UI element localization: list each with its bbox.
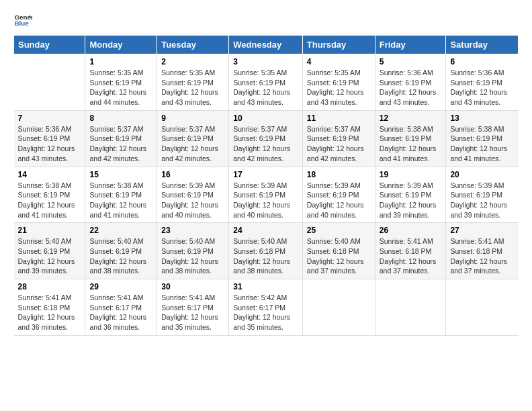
sunset-text: Sunset: 6:18 PM bbox=[307, 246, 371, 257]
day-number: 3 bbox=[233, 57, 298, 66]
sunset-text: Sunset: 6:18 PM bbox=[18, 303, 81, 313]
sunset-text: Sunset: 6:19 PM bbox=[18, 246, 81, 257]
sunset-text: Sunset: 6:19 PM bbox=[380, 78, 442, 88]
calendar-week-1: 1Sunrise: 5:35 AMSunset: 6:19 PMDaylight… bbox=[14, 54, 519, 111]
day-number: 28 bbox=[18, 282, 81, 291]
calendar-cell: 2Sunrise: 5:35 AMSunset: 6:19 PMDaylight… bbox=[157, 54, 229, 111]
day-info: Sunrise: 5:36 AMSunset: 6:19 PMDaylight:… bbox=[18, 124, 81, 164]
day-number: 29 bbox=[89, 282, 152, 291]
day-info: Sunrise: 5:37 AMSunset: 6:19 PMDaylight:… bbox=[89, 124, 152, 164]
day-number: 21 bbox=[18, 226, 81, 235]
sunrise-text: Sunrise: 5:36 AM bbox=[450, 68, 514, 78]
calendar-cell: 18Sunrise: 5:39 AMSunset: 6:19 PMDayligh… bbox=[302, 167, 375, 223]
day-number: 10 bbox=[233, 113, 298, 123]
sunset-text: Sunset: 6:19 PM bbox=[161, 190, 224, 200]
sunrise-text: Sunrise: 5:38 AM bbox=[380, 124, 442, 134]
sunrise-text: Sunrise: 5:35 AM bbox=[161, 68, 224, 78]
day-number: 19 bbox=[380, 170, 442, 179]
sunrise-text: Sunrise: 5:38 AM bbox=[450, 124, 514, 134]
sunrise-text: Sunrise: 5:39 AM bbox=[380, 181, 442, 191]
sunset-text: Sunset: 6:19 PM bbox=[233, 78, 298, 88]
day-info: Sunrise: 5:39 AMSunset: 6:19 PMDaylight:… bbox=[233, 181, 298, 220]
sunrise-text: Sunrise: 5:36 AM bbox=[18, 124, 81, 134]
page-header: General Blue bbox=[13, 11, 519, 30]
calendar-week-5: 28Sunrise: 5:41 AMSunset: 6:18 PMDayligh… bbox=[14, 279, 519, 336]
day-info: Sunrise: 5:41 AMSunset: 6:17 PMDaylight:… bbox=[161, 293, 224, 332]
weekday-header-sunday: Sunday bbox=[14, 36, 85, 54]
calendar-week-3: 14Sunrise: 5:38 AMSunset: 6:19 PMDayligh… bbox=[14, 167, 519, 223]
day-number: 9 bbox=[161, 113, 224, 123]
sunrise-text: Sunrise: 5:39 AM bbox=[307, 181, 371, 191]
day-info: Sunrise: 5:38 AMSunset: 6:19 PMDaylight:… bbox=[380, 124, 442, 164]
weekday-header-monday: Monday bbox=[85, 36, 157, 54]
sunset-text: Sunset: 6:19 PM bbox=[450, 78, 514, 88]
daylight-text: Daylight: 12 hours and 39 minutes. bbox=[380, 200, 442, 220]
logo: General Blue bbox=[13, 11, 34, 30]
sunrise-text: Sunrise: 5:40 AM bbox=[18, 236, 81, 246]
sunrise-text: Sunrise: 5:41 AM bbox=[380, 236, 442, 246]
calendar-cell: 5Sunrise: 5:36 AMSunset: 6:19 PMDaylight… bbox=[375, 54, 446, 111]
daylight-text: Daylight: 12 hours and 38 minutes. bbox=[89, 257, 152, 276]
sunset-text: Sunset: 6:19 PM bbox=[233, 190, 298, 200]
day-info: Sunrise: 5:40 AMSunset: 6:19 PMDaylight:… bbox=[18, 236, 81, 276]
svg-text:Blue: Blue bbox=[14, 19, 29, 27]
sunset-text: Sunset: 6:17 PM bbox=[233, 303, 298, 313]
daylight-text: Daylight: 12 hours and 42 minutes. bbox=[307, 144, 371, 163]
calendar-cell: 19Sunrise: 5:39 AMSunset: 6:19 PMDayligh… bbox=[375, 167, 446, 223]
daylight-text: Daylight: 12 hours and 38 minutes. bbox=[161, 257, 224, 276]
day-info: Sunrise: 5:39 AMSunset: 6:19 PMDaylight:… bbox=[307, 181, 371, 220]
sunset-text: Sunset: 6:18 PM bbox=[450, 246, 514, 257]
daylight-text: Daylight: 12 hours and 43 minutes. bbox=[18, 144, 81, 163]
day-number: 8 bbox=[89, 113, 152, 123]
weekday-header-friday: Friday bbox=[375, 36, 446, 54]
daylight-text: Daylight: 12 hours and 40 minutes. bbox=[233, 200, 298, 220]
calendar-cell bbox=[14, 54, 85, 111]
day-number: 24 bbox=[233, 226, 298, 235]
sunset-text: Sunset: 6:19 PM bbox=[18, 134, 81, 144]
day-info: Sunrise: 5:36 AMSunset: 6:19 PMDaylight:… bbox=[450, 68, 514, 107]
day-info: Sunrise: 5:39 AMSunset: 6:19 PMDaylight:… bbox=[380, 181, 442, 220]
sunrise-text: Sunrise: 5:38 AM bbox=[89, 181, 152, 191]
daylight-text: Daylight: 12 hours and 44 minutes. bbox=[89, 87, 152, 107]
day-info: Sunrise: 5:35 AMSunset: 6:19 PMDaylight:… bbox=[161, 68, 224, 107]
day-number: 13 bbox=[450, 113, 514, 123]
sunset-text: Sunset: 6:19 PM bbox=[380, 190, 442, 200]
calendar-cell: 11Sunrise: 5:37 AMSunset: 6:19 PMDayligh… bbox=[302, 110, 375, 167]
calendar-table: SundayMondayTuesdayWednesdayThursdayFrid… bbox=[13, 35, 519, 336]
sunrise-text: Sunrise: 5:39 AM bbox=[233, 181, 298, 191]
sunset-text: Sunset: 6:17 PM bbox=[161, 303, 224, 313]
day-info: Sunrise: 5:41 AMSunset: 6:17 PMDaylight:… bbox=[89, 293, 152, 332]
daylight-text: Daylight: 12 hours and 39 minutes. bbox=[18, 257, 81, 276]
weekday-header-tuesday: Tuesday bbox=[157, 36, 229, 54]
weekday-header-thursday: Thursday bbox=[302, 36, 375, 54]
day-number: 25 bbox=[307, 226, 371, 235]
sunrise-text: Sunrise: 5:42 AM bbox=[233, 293, 298, 303]
calendar-cell: 16Sunrise: 5:39 AMSunset: 6:19 PMDayligh… bbox=[157, 167, 229, 223]
calendar-cell: 24Sunrise: 5:40 AMSunset: 6:18 PMDayligh… bbox=[229, 223, 303, 279]
day-info: Sunrise: 5:35 AMSunset: 6:19 PMDaylight:… bbox=[233, 68, 298, 107]
sunrise-text: Sunrise: 5:36 AM bbox=[380, 68, 442, 78]
sunrise-text: Sunrise: 5:35 AM bbox=[89, 68, 152, 78]
daylight-text: Daylight: 12 hours and 37 minutes. bbox=[450, 257, 514, 276]
sunset-text: Sunset: 6:19 PM bbox=[161, 134, 224, 144]
sunrise-text: Sunrise: 5:39 AM bbox=[161, 181, 224, 191]
daylight-text: Daylight: 12 hours and 43 minutes. bbox=[450, 87, 514, 107]
calendar-cell: 27Sunrise: 5:41 AMSunset: 6:18 PMDayligh… bbox=[446, 223, 519, 279]
calendar-cell: 30Sunrise: 5:41 AMSunset: 6:17 PMDayligh… bbox=[157, 279, 229, 336]
sunset-text: Sunset: 6:19 PM bbox=[307, 134, 371, 144]
day-info: Sunrise: 5:36 AMSunset: 6:19 PMDaylight:… bbox=[380, 68, 442, 107]
sunrise-text: Sunrise: 5:37 AM bbox=[233, 124, 298, 134]
calendar-cell: 22Sunrise: 5:40 AMSunset: 6:19 PMDayligh… bbox=[85, 223, 157, 279]
day-number: 23 bbox=[161, 226, 224, 235]
calendar-cell: 9Sunrise: 5:37 AMSunset: 6:19 PMDaylight… bbox=[157, 110, 229, 167]
daylight-text: Daylight: 12 hours and 37 minutes. bbox=[307, 257, 371, 276]
day-info: Sunrise: 5:35 AMSunset: 6:19 PMDaylight:… bbox=[307, 68, 371, 107]
sunrise-text: Sunrise: 5:40 AM bbox=[233, 236, 298, 246]
day-info: Sunrise: 5:38 AMSunset: 6:19 PMDaylight:… bbox=[89, 181, 152, 220]
sunrise-text: Sunrise: 5:40 AM bbox=[161, 236, 224, 246]
sunset-text: Sunset: 6:18 PM bbox=[380, 246, 442, 257]
calendar-cell: 14Sunrise: 5:38 AMSunset: 6:19 PMDayligh… bbox=[14, 167, 85, 223]
daylight-text: Daylight: 12 hours and 42 minutes. bbox=[89, 144, 152, 163]
daylight-text: Daylight: 12 hours and 39 minutes. bbox=[450, 200, 514, 220]
day-info: Sunrise: 5:41 AMSunset: 6:18 PMDaylight:… bbox=[380, 236, 442, 276]
